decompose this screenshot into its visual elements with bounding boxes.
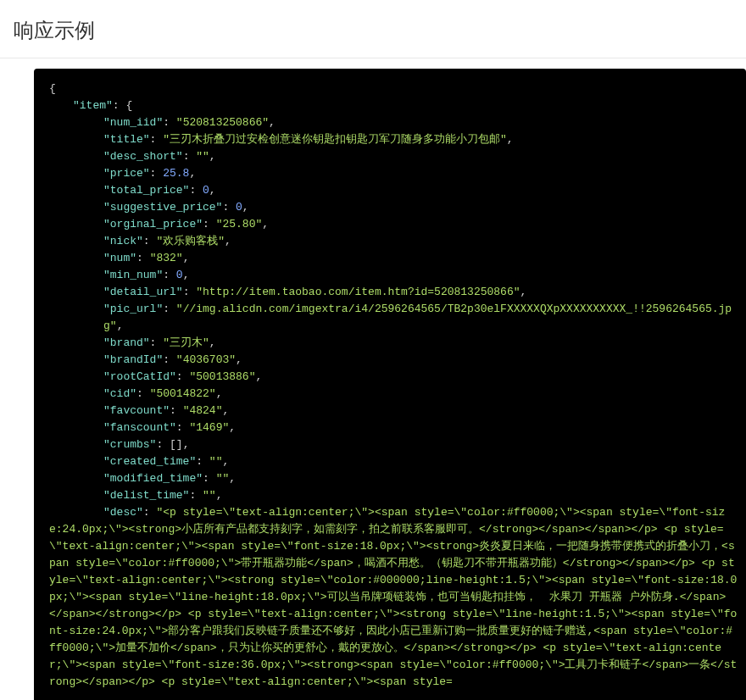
val-desc: "<p style=\"text-align:center;\"><span s… [49, 506, 737, 688]
val-num-iid: "520813250866" [176, 116, 269, 129]
section-title: 响应示例 [0, 0, 746, 58]
code-block: {"item": {"num_iid": "520813250866","tit… [34, 69, 746, 700]
val-price: 25.8 [163, 167, 189, 180]
val-title: "三刃木折叠刀过安检创意迷你钥匙扣钥匙刀军刀随身多功能小刀包邮" [163, 133, 507, 146]
